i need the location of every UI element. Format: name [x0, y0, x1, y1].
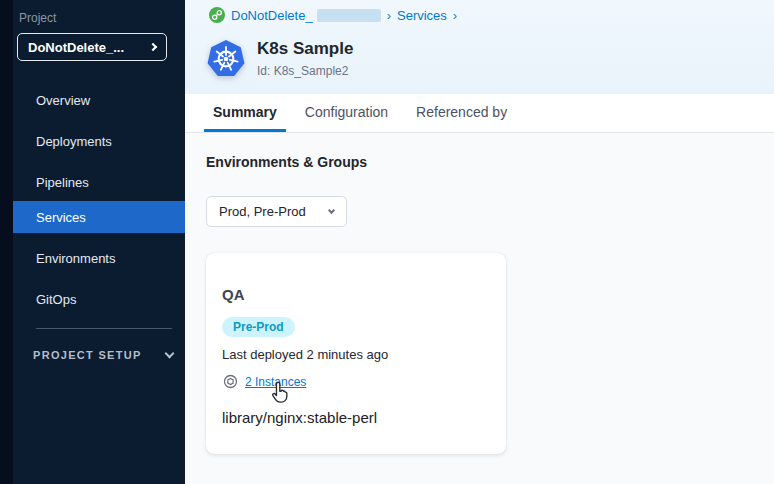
- redacted-text-overlay: [317, 9, 381, 22]
- tab-referenced-by[interactable]: Referenced by: [407, 94, 516, 132]
- breadcrumb-services-link[interactable]: Services: [397, 8, 447, 23]
- page-header: DoNotDelete_ › Services ›: [185, 0, 774, 94]
- project-setup-toggle[interactable]: PROJECT SETUP: [33, 349, 173, 361]
- sidebar-item-label: GitOps: [36, 292, 76, 307]
- kubernetes-icon: [206, 39, 246, 79]
- breadcrumb: DoNotDelete_ › Services ›: [209, 7, 457, 23]
- sidebar-item-pipelines[interactable]: Pipelines: [13, 166, 185, 198]
- module-nav-strip: [0, 0, 13, 484]
- sidebar-item-label: Pipelines: [36, 175, 89, 190]
- service-id: Id: K8s_Sample2: [257, 64, 353, 78]
- last-deployed-text: Last deployed 2 minutes ago: [222, 347, 388, 362]
- sidebar-divider: [36, 328, 172, 329]
- environment-filter-value: Prod, Pre-Prod: [219, 204, 329, 219]
- chevron-down-icon: [328, 206, 335, 213]
- project-link-icon: [209, 7, 225, 23]
- environment-filter-dropdown[interactable]: Prod, Pre-Prod: [206, 196, 347, 227]
- page-title: K8s Sample: [257, 39, 353, 59]
- sidebar-item-gitops[interactable]: GitOps: [13, 283, 185, 315]
- sidebar-item-services[interactable]: Services: [13, 201, 185, 233]
- breadcrumb-separator: ›: [387, 8, 391, 23]
- summary-content: Environments & Groups Prod, Pre-Prod QA …: [185, 133, 774, 484]
- project-setup-label: PROJECT SETUP: [33, 349, 142, 361]
- breadcrumb-separator: ›: [453, 8, 457, 23]
- instances-row: 2 Instances: [223, 374, 306, 389]
- environments-groups-heading: Environments & Groups: [206, 154, 367, 170]
- sidebar-item-deployments[interactable]: Deployments: [13, 125, 185, 157]
- sidebar-item-label: Environments: [36, 251, 115, 266]
- instances-link[interactable]: 2 Instances: [245, 375, 306, 389]
- breadcrumb-project-link[interactable]: DoNotDelete_: [231, 8, 313, 23]
- sidebar-item-environments[interactable]: Environments: [13, 242, 185, 274]
- environment-card-qa[interactable]: QA Pre-Prod Last deployed 2 minutes ago …: [206, 253, 506, 454]
- tab-configuration[interactable]: Configuration: [296, 94, 397, 132]
- chevron-right-icon: [149, 43, 157, 51]
- service-title-row: K8s Sample Id: K8s_Sample2: [206, 39, 353, 79]
- sidebar-item-label: Overview: [36, 93, 90, 108]
- project-label: Project: [19, 11, 56, 25]
- chevron-down-icon: [165, 349, 175, 359]
- project-sidebar: Project DoNotDelete_... Overview Deploym…: [13, 0, 185, 484]
- main-panel: DoNotDelete_ › Services ›: [185, 0, 774, 484]
- project-selector-value: DoNotDelete_...: [28, 40, 150, 55]
- sidebar-item-label: Deployments: [36, 134, 112, 149]
- sidebar-item-label: Services: [36, 210, 86, 225]
- env-type-badge: Pre-Prod: [222, 317, 295, 337]
- tab-summary[interactable]: Summary: [204, 94, 286, 132]
- environment-name: QA: [222, 286, 245, 303]
- tab-bar: Summary Configuration Referenced by: [185, 94, 774, 133]
- sidebar-item-overview[interactable]: Overview: [13, 84, 185, 116]
- project-selector-dropdown[interactable]: DoNotDelete_...: [17, 33, 167, 61]
- artifact-image-text: library/nginx:stable-perl: [222, 409, 377, 426]
- instances-icon: [223, 374, 238, 389]
- app-window: Project DoNotDelete_... Overview Deploym…: [0, 0, 774, 484]
